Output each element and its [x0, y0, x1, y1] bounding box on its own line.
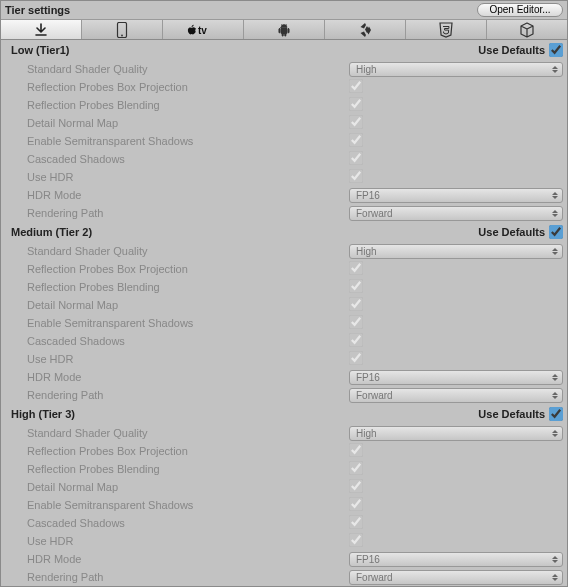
setting-row: Reflection Probes Blending [1, 460, 567, 478]
download-icon [34, 23, 48, 37]
use-defaults-checkbox[interactable] [549, 225, 563, 239]
setting-row: Standard Shader QualityHigh [1, 242, 567, 260]
setting-label: Enable Semitransparent Shadows [27, 317, 349, 329]
tier-header: Medium (Tier 2) Use Defaults [1, 222, 567, 242]
setting-checkbox[interactable] [349, 515, 363, 529]
setting-label: Detail Normal Map [27, 117, 349, 129]
setting-checkbox[interactable] [349, 279, 363, 293]
dropdown-value: High [356, 428, 377, 439]
setting-checkbox[interactable] [349, 79, 363, 93]
svg-point-1 [121, 34, 123, 36]
setting-row: Use HDR [1, 532, 567, 550]
unity-icon [357, 22, 373, 38]
setting-label: Reflection Probes Blending [27, 463, 349, 475]
dropdown-value: Forward [356, 208, 393, 219]
dropdown-handle-icon [552, 392, 558, 399]
cube-icon [519, 22, 535, 38]
setting-checkbox[interactable] [349, 315, 363, 329]
tier-header: Low (Tier1) Use Defaults [1, 40, 567, 60]
platform-tabs: tv [1, 20, 567, 40]
open-editor-button[interactable]: Open Editor... [477, 3, 563, 17]
setting-label: Enable Semitransparent Shadows [27, 135, 349, 147]
tab-download[interactable] [1, 20, 82, 39]
setting-dropdown[interactable]: FP16 [349, 188, 563, 203]
setting-row: Rendering PathForward [1, 568, 567, 586]
setting-row: Cascaded Shadows [1, 514, 567, 532]
tab-html5[interactable] [406, 20, 487, 39]
setting-label: Standard Shader Quality [27, 245, 349, 257]
setting-label: Use HDR [27, 535, 349, 547]
setting-dropdown[interactable]: High [349, 244, 563, 259]
setting-checkbox[interactable] [349, 97, 363, 111]
setting-checkbox[interactable] [349, 533, 363, 547]
setting-dropdown[interactable]: FP16 [349, 552, 563, 567]
use-defaults-label: Use Defaults [478, 226, 545, 238]
tab-appletv[interactable]: tv [163, 20, 244, 39]
tab-android[interactable] [244, 20, 325, 39]
setting-checkbox[interactable] [349, 115, 363, 129]
setting-row: Rendering PathForward [1, 204, 567, 222]
dropdown-handle-icon [552, 248, 558, 255]
setting-checkbox[interactable] [349, 333, 363, 347]
setting-row: HDR ModeFP16 [1, 368, 567, 386]
setting-checkbox[interactable] [349, 261, 363, 275]
setting-label: HDR Mode [27, 553, 349, 565]
use-defaults-checkbox[interactable] [549, 43, 563, 57]
dropdown-value: FP16 [356, 554, 380, 565]
setting-dropdown[interactable]: Forward [349, 388, 563, 403]
setting-label: Cascaded Shadows [27, 153, 349, 165]
dropdown-value: Forward [356, 572, 393, 583]
setting-row: Use HDR [1, 350, 567, 368]
setting-label: Reflection Probes Box Projection [27, 263, 349, 275]
setting-row: Enable Semitransparent Shadows [1, 132, 567, 150]
header-bar: Tier settings Open Editor... [1, 1, 567, 20]
setting-label: Reflection Probes Blending [27, 99, 349, 111]
dropdown-handle-icon [552, 430, 558, 437]
tier-name: High (Tier 3) [11, 408, 75, 420]
setting-checkbox[interactable] [349, 297, 363, 311]
setting-dropdown[interactable]: High [349, 62, 563, 77]
setting-dropdown[interactable]: Forward [349, 206, 563, 221]
setting-row: Reflection Probes Box Projection [1, 260, 567, 278]
setting-row: HDR ModeFP16 [1, 550, 567, 568]
dropdown-handle-icon [552, 66, 558, 73]
setting-label: Use HDR [27, 353, 349, 365]
dropdown-value: High [356, 64, 377, 75]
use-defaults-checkbox[interactable] [549, 407, 563, 421]
page-title: Tier settings [5, 4, 70, 16]
tab-mobile[interactable] [82, 20, 163, 39]
tab-cube[interactable] [487, 20, 567, 39]
setting-checkbox[interactable] [349, 151, 363, 165]
tab-unity[interactable] [325, 20, 406, 39]
setting-label: Standard Shader Quality [27, 63, 349, 75]
setting-row: Enable Semitransparent Shadows [1, 314, 567, 332]
setting-checkbox[interactable] [349, 133, 363, 147]
html5-icon [439, 22, 453, 38]
setting-dropdown[interactable]: High [349, 426, 563, 441]
setting-label: Reflection Probes Box Projection [27, 445, 349, 457]
dropdown-handle-icon [552, 574, 558, 581]
setting-row: Detail Normal Map [1, 296, 567, 314]
setting-label: HDR Mode [27, 189, 349, 201]
setting-checkbox[interactable] [349, 351, 363, 365]
setting-row: Detail Normal Map [1, 478, 567, 496]
setting-row: HDR ModeFP16 [1, 186, 567, 204]
setting-checkbox[interactable] [349, 461, 363, 475]
setting-label: Standard Shader Quality [27, 427, 349, 439]
setting-checkbox[interactable] [349, 169, 363, 183]
mobile-icon [116, 22, 128, 38]
setting-checkbox[interactable] [349, 443, 363, 457]
setting-label: HDR Mode [27, 371, 349, 383]
setting-checkbox[interactable] [349, 479, 363, 493]
setting-dropdown[interactable]: FP16 [349, 370, 563, 385]
setting-label: Rendering Path [27, 571, 349, 583]
setting-label: Detail Normal Map [27, 299, 349, 311]
setting-checkbox[interactable] [349, 497, 363, 511]
tier-name: Low (Tier1) [11, 44, 69, 56]
setting-dropdown[interactable]: Forward [349, 570, 563, 585]
svg-text:tv: tv [198, 25, 207, 36]
tier-settings-content: Low (Tier1) Use Defaults Standard Shader… [1, 40, 567, 586]
setting-label: Detail Normal Map [27, 481, 349, 493]
setting-label: Rendering Path [27, 207, 349, 219]
dropdown-handle-icon [552, 556, 558, 563]
